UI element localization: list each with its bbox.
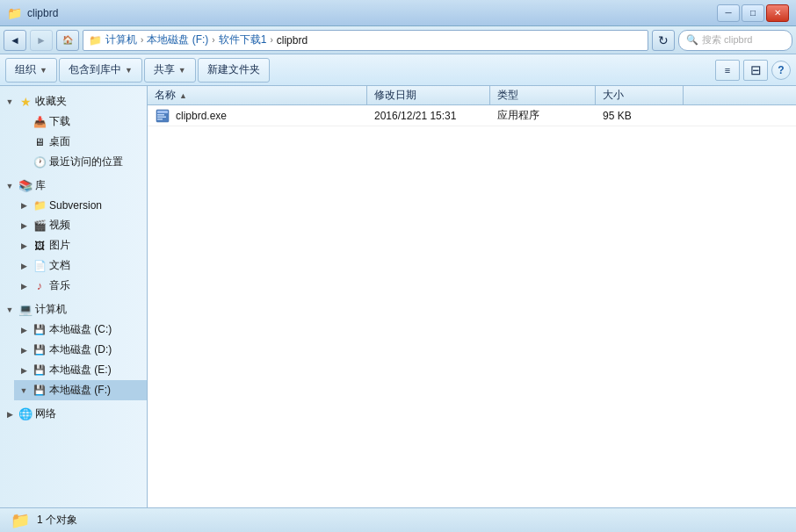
favorites-children: 📥 下载 🖥 桌面 🕐 最近访问的位置 <box>0 111 147 172</box>
col-size-label: 大小 <box>603 88 624 103</box>
close-button[interactable]: ✕ <box>766 4 789 22</box>
sidebar-item-desktop[interactable]: 🖥 桌面 <box>14 132 147 152</box>
refresh-button[interactable]: ↻ <box>652 30 675 51</box>
computer-expand-icon: ▼ <box>4 304 16 316</box>
share-button[interactable]: 共享 ▼ <box>144 58 196 83</box>
computer-section: ▼ 💻 计算机 ▶ 💾 本地磁盘 (C:) ▶ 💾 本地磁盘 (D:) ▶ 💾 <box>0 299 147 400</box>
pictures-icon: 🖼 <box>33 239 47 253</box>
maximize-button[interactable]: □ <box>742 4 764 22</box>
search-icon: 🔍 <box>686 34 698 46</box>
breadcrumb-folder1[interactable]: 软件下载1 <box>219 32 267 47</box>
library-section: ▼ 📚 库 ▶ 📁 Subversion ▶ 🎬 视频 ▶ 🖼 <box>0 176 147 296</box>
col-date-label: 修改日期 <box>374 88 416 103</box>
file-list-header: 名称 ▲ 修改日期 类型 大小 <box>148 86 796 105</box>
file-date-cell: 2016/12/21 15:31 <box>367 108 490 124</box>
sidebar-item-music[interactable]: ▶ ♪ 音乐 <box>14 276 147 296</box>
favorites-header[interactable]: ▼ ★ 收藏夹 <box>0 91 147 111</box>
music-icon: ♪ <box>33 279 47 293</box>
up-button[interactable]: 🏠 <box>56 30 79 51</box>
column-name[interactable]: 名称 ▲ <box>148 86 367 104</box>
back-button[interactable]: ◄ <box>4 30 26 51</box>
organize-button[interactable]: 组织 ▼ <box>5 58 57 83</box>
sidebar-item-download[interactable]: 📥 下载 <box>14 111 147 132</box>
sidebar-item-pictures[interactable]: ▶ 🖼 图片 <box>14 235 147 255</box>
computer-icon: 💻 <box>18 303 33 317</box>
sidebar-item-video[interactable]: ▶ 🎬 视频 <box>14 215 147 235</box>
computer-label: 计算机 <box>35 302 67 317</box>
window-icon: 📁 <box>7 6 22 20</box>
file-size: 95 KB <box>603 110 632 122</box>
title-controls: ─ □ ✕ <box>717 4 789 22</box>
subversion-icon: 📁 <box>33 198 47 212</box>
window-title: clipbrd <box>27 7 58 19</box>
network-icon: 🌐 <box>18 407 33 421</box>
organize-label: 组织 <box>15 62 36 77</box>
documents-icon: 📄 <box>33 259 47 273</box>
include-library-button[interactable]: 包含到库中 ▼ <box>59 58 142 83</box>
library-label: 库 <box>35 178 46 193</box>
network-label: 网络 <box>35 406 56 421</box>
sidebar: ▼ ★ 收藏夹 📥 下载 🖥 桌面 🕐 最近访问的位置 <box>0 86 148 507</box>
column-date[interactable]: 修改日期 <box>367 86 490 104</box>
breadcrumb-bar[interactable]: 📁 计算机 › 本地磁盘 (F:) › 软件下载1 › clipbrd <box>83 30 648 51</box>
sidebar-item-drive-d[interactable]: ▶ 💾 本地磁盘 (D:) <box>14 340 147 360</box>
column-type[interactable]: 类型 <box>490 86 596 104</box>
sidebar-item-documents[interactable]: ▶ 📄 文档 <box>14 255 147 276</box>
download-icon: 📥 <box>33 115 47 129</box>
table-row[interactable]: clipbrd.exe 2016/12/21 15:31 应用程序 95 KB <box>148 105 796 126</box>
file-name: clipbrd.exe <box>176 110 227 122</box>
forward-button[interactable]: ► <box>30 30 53 51</box>
sidebar-item-drive-e[interactable]: ▶ 💾 本地磁盘 (E:) <box>14 360 147 380</box>
share-label: 共享 <box>154 62 175 77</box>
view-list-button[interactable]: ≡ <box>715 60 740 81</box>
video-label: 视频 <box>49 218 70 233</box>
sidebar-item-recent[interactable]: 🕐 最近访问的位置 <box>14 152 147 172</box>
drive-c-label: 本地磁盘 (C:) <box>49 322 112 337</box>
share-arrow: ▼ <box>178 66 186 75</box>
favorites-label: 收藏夹 <box>35 94 67 109</box>
drive-e-label: 本地磁盘 (E:) <box>49 363 112 377</box>
favorites-expand-icon: ▼ <box>4 96 16 108</box>
download-label: 下载 <box>49 114 70 129</box>
column-size[interactable]: 大小 <box>596 86 684 104</box>
library-children: ▶ 📁 Subversion ▶ 🎬 视频 ▶ 🖼 图片 ▶ 📄 <box>0 196 147 296</box>
favorites-section: ▼ ★ 收藏夹 📥 下载 🖥 桌面 🕐 最近访问的位置 <box>0 91 147 172</box>
svg-rect-3 <box>157 116 166 118</box>
minimize-button[interactable]: ─ <box>717 4 740 22</box>
desktop-label: 桌面 <box>49 134 70 149</box>
drive-c-icon: 💾 <box>33 323 47 337</box>
status-icon: 📁 <box>11 511 30 530</box>
library-header[interactable]: ▼ 📚 库 <box>0 176 147 196</box>
library-icon: 📚 <box>18 179 33 193</box>
network-section: ▶ 🌐 网络 <box>0 404 147 424</box>
drive-f-icon: 💾 <box>33 384 47 398</box>
drive-f-label: 本地磁盘 (F:) <box>49 383 111 398</box>
sort-arrow: ▲ <box>179 91 187 100</box>
subversion-label: Subversion <box>49 199 102 212</box>
help-button[interactable]: ? <box>771 61 791 80</box>
organize-arrow: ▼ <box>40 66 47 75</box>
status-text: 1 个对象 <box>37 513 77 528</box>
file-type: 应用程序 <box>497 109 539 121</box>
title-bar-left: 📁 clipbrd <box>7 6 717 20</box>
sidebar-item-subversion[interactable]: ▶ 📁 Subversion <box>14 196 147 215</box>
main-content: ▼ ★ 收藏夹 📥 下载 🖥 桌面 🕐 最近访问的位置 <box>0 86 796 507</box>
drive-e-icon: 💾 <box>33 363 47 377</box>
view-details-button[interactable]: ⊟ <box>743 60 768 81</box>
search-placeholder: 搜索 clipbrd <box>702 33 752 47</box>
new-folder-button[interactable]: 新建文件夹 <box>198 58 270 83</box>
computer-header[interactable]: ▼ 💻 计算机 <box>0 299 147 320</box>
svg-rect-2 <box>157 114 164 116</box>
address-bar: ◄ ► 🏠 📁 计算机 › 本地磁盘 (F:) › 软件下载1 › clipbr… <box>0 26 796 54</box>
sidebar-item-drive-f[interactable]: ▼ 💾 本地磁盘 (F:) <box>14 380 147 400</box>
search-bar[interactable]: 🔍 搜索 clipbrd <box>678 30 792 51</box>
svg-rect-4 <box>157 119 163 120</box>
sidebar-item-drive-c[interactable]: ▶ 💾 本地磁盘 (C:) <box>14 320 147 340</box>
network-header[interactable]: ▶ 🌐 网络 <box>0 404 147 424</box>
file-date: 2016/12/21 15:31 <box>374 110 456 122</box>
recent-icon: 🕐 <box>33 155 47 169</box>
toolbar-right: ≡ ⊟ ? <box>715 60 791 81</box>
breadcrumb-drive-f[interactable]: 本地磁盘 (F:) <box>147 32 208 47</box>
status-bar: 📁 1 个对象 <box>0 507 796 532</box>
breadcrumb-computer[interactable]: 计算机 <box>105 32 137 47</box>
